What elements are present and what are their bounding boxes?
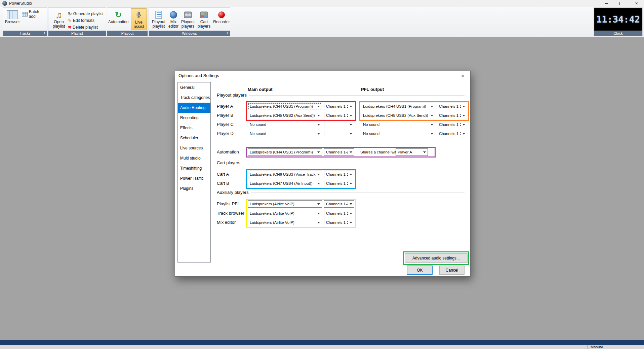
close-window-button[interactable]: × [629, 0, 644, 7]
nav-item-general[interactable]: General [178, 82, 210, 93]
chevron-down-icon [317, 183, 320, 184]
cart-b-channels-select[interactable]: Channels 1-2 [324, 180, 354, 187]
auxiliary-players-section: Auxiliary players [217, 189, 465, 196]
minimize-button[interactable] [599, 0, 614, 7]
player-c-label: Player C [217, 121, 234, 128]
dialog-title: Options and Settings [178, 71, 219, 80]
powerstudio-window: PowerStudio × Browser Batch add Tracks + [0, 0, 644, 349]
cart-players-section: Cart players [217, 160, 465, 166]
track-browser-channels-select[interactable]: Channels 1-2 [324, 210, 354, 217]
mix-disc-icon [170, 11, 177, 19]
nav-item-scheduler[interactable]: Scheduler [178, 133, 210, 143]
player-d-pfl-select[interactable]: No sound [361, 130, 435, 137]
section-divider [243, 163, 465, 163]
playout-playlist-window-button[interactable]: Playout playlist [151, 8, 166, 30]
close-icon: × [461, 73, 464, 79]
automation-button[interactable]: ↻ Automation [108, 8, 129, 30]
maximize-button[interactable] [614, 0, 629, 7]
player-a-pfl-channels-value: Channels 1-2 [439, 104, 461, 108]
mix-editor-select[interactable]: Luidsprekers (Airlite VoIP) [248, 219, 322, 226]
live-assist-button[interactable]: Live assist [131, 8, 147, 30]
player-c-main-select[interactable]: No sound [248, 121, 322, 128]
bottom-toolbar [0, 340, 644, 345]
nav-item-effects[interactable]: Effects [178, 123, 210, 133]
nav-item-track-categories[interactable]: Track categories [178, 93, 210, 103]
player-a-label: Player A [217, 103, 233, 109]
chevron-down-icon [350, 106, 352, 107]
batch-add-button[interactable]: Batch add [22, 11, 47, 17]
player-a-pfl-value: Luidsprekers (CH4 USB1 (Program)) [363, 104, 426, 108]
automation-channels-select[interactable]: Channels 1-2 [324, 148, 354, 156]
maximize-icon [619, 2, 623, 5]
player-a-pfl-channels-select[interactable]: Channels 1-2 [437, 103, 467, 110]
cart-a-select[interactable]: Luidsprekers (CH6 USB3 (Voice Track)) [248, 171, 322, 178]
clock-display: 11:34:42 [595, 8, 642, 30]
playout-players-window-button[interactable]: Playout players [180, 8, 195, 30]
track-browser-channels-value: Channels 1-2 [326, 211, 348, 215]
player-d-main-channels-select[interactable] [324, 130, 354, 137]
delete-playlist-label: Delete playlist [73, 25, 98, 30]
ok-button[interactable]: OK [407, 266, 433, 275]
nav-item-recording[interactable]: Recording [178, 113, 210, 123]
player-a-main-channels-select[interactable]: Channels 1-2 [324, 103, 354, 110]
ribbon-group-playout: ↻ Automation Live assist Playout [107, 7, 148, 36]
player-a-pfl-select[interactable]: Luidsprekers (CH4 USB1 (Program)) [361, 103, 435, 110]
batch-add-label: Batch add [29, 9, 47, 19]
windows-expand-button[interactable]: + [226, 31, 229, 36]
playout-players-section: Playout players [217, 92, 465, 98]
dialog-close-button[interactable]: × [455, 71, 470, 80]
delete-playlist-button[interactable]: ✖ Delete playlist [68, 24, 106, 30]
player-a-main-select[interactable]: Luidsprekers (CH4 USB1 (Program)) [248, 103, 322, 110]
edit-formats-button[interactable]: ✎ Edit formats [68, 18, 106, 24]
chevron-down-icon [317, 213, 320, 214]
player-c-pfl-select[interactable]: No sound [361, 121, 435, 128]
titlebar: PowerStudio × [0, 0, 644, 7]
windows-group-label: Windows [182, 31, 197, 35]
cart-players-window-button[interactable]: Cart players [197, 8, 211, 30]
automation-main-value: Luidsprekers (CH4 USB1 (Program)) [250, 150, 313, 154]
player-b-pfl-channels-select[interactable]: Channels 1-2 [437, 112, 467, 119]
generate-playlist-button[interactable]: ↻ Generate playlist [68, 11, 106, 17]
player-c-main-channels-select[interactable] [324, 121, 354, 128]
player-b-main-channels-select[interactable]: Channels 1-2 [324, 112, 354, 119]
cart-b-select[interactable]: Luidsprekers (CH7 USB4 (Air Input)) [248, 180, 322, 187]
open-playlist-button[interactable]: ♫ Open playlist [50, 8, 68, 30]
track-browser-select[interactable]: Luidsprekers (Airlite VoIP) [248, 210, 322, 217]
playout-playlist-label-2: playlist [153, 24, 165, 29]
nav-item-timeshifting[interactable]: Timeshifting [178, 163, 210, 173]
playlist-pfl-select[interactable]: Luidsprekers (Airlite VoIP) [248, 200, 322, 208]
player-b-pfl-select[interactable]: Luidsprekers (CH5 USB2 (Aux Send)) [361, 112, 435, 119]
player-d-main-select[interactable]: No sound [248, 130, 322, 137]
tracks-expand-button[interactable]: + [43, 31, 46, 36]
nav-item-audio-routing[interactable]: Audio Routing [178, 103, 210, 113]
section-divider [251, 193, 465, 193]
nav-item-multi-studio[interactable]: Multi studio [178, 153, 210, 163]
player-d-pfl-value: No sound [363, 132, 379, 136]
cart-a-label: Cart A [217, 171, 229, 177]
nav-item-live-sources[interactable]: Live sources [178, 143, 210, 153]
mix-editor-window-button[interactable]: Mix editor [166, 8, 181, 30]
cart-a-channels-select[interactable]: Channels 1-2 [324, 171, 354, 178]
mix-editor-channels-value: Channels 1-2 [326, 220, 348, 224]
automation-channels-value: Channels 1-2 [326, 150, 348, 154]
cart-a-channels-value: Channels 1-2 [326, 172, 348, 176]
player-b-main-value: Luidsprekers (CH5 USB2 (Aux Send)) [250, 113, 315, 117]
player-c-pfl-channels-select[interactable]: Channels 1-2 [437, 121, 467, 128]
recorder-window-button[interactable]: Recorder [214, 8, 229, 30]
chevron-down-icon [350, 203, 352, 205]
automation-main-select[interactable]: Luidsprekers (CH4 USB1 (Program)) [248, 148, 322, 156]
generate-icon: ↻ [68, 11, 72, 16]
playlist-pfl-channels-select[interactable]: Channels 1-2 [324, 200, 354, 208]
browser-button[interactable]: Browser [4, 8, 21, 30]
advanced-audio-settings-button[interactable]: Advanced audio settings... [405, 253, 468, 263]
ribbon: Browser Batch add Tracks + ♫ Open playli… [0, 7, 644, 37]
live-assist-label-2: assist [134, 25, 144, 29]
ribbon-group-clock: 11:34:42 Clock [594, 7, 643, 36]
mix-editor-channels-select[interactable]: Channels 1-2 [324, 219, 354, 226]
player-b-main-select[interactable]: Luidsprekers (CH5 USB2 (Aux Send)) [248, 112, 322, 119]
player-d-pfl-channels-select[interactable]: Channels 1-2 [437, 130, 467, 137]
nav-item-power-traffic[interactable]: Power Traffic [178, 173, 210, 183]
cancel-button[interactable]: Cancel [439, 266, 465, 275]
nav-item-plugins[interactable]: Plugins [178, 183, 210, 194]
shares-channel-select[interactable]: Player A [396, 148, 428, 156]
